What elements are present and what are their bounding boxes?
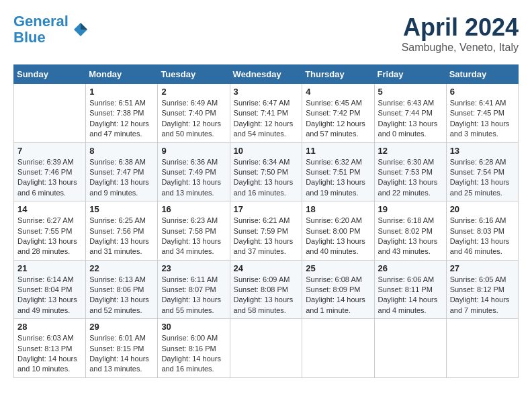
day-number: 29	[89, 322, 154, 332]
day-info: Sunrise: 6:06 AM Sunset: 8:11 PM Dayligh…	[378, 275, 443, 316]
day-number: 20	[450, 204, 515, 214]
day-number: 23	[161, 263, 226, 273]
day-number: 4	[306, 87, 370, 97]
calendar-cell: 12Sunrise: 6:30 AM Sunset: 7:53 PM Dayli…	[374, 142, 446, 201]
calendar-cell: 28Sunrise: 6:03 AM Sunset: 8:13 PM Dayli…	[14, 319, 86, 378]
day-number: 28	[17, 322, 82, 332]
day-info: Sunrise: 6:49 AM Sunset: 7:40 PM Dayligh…	[161, 98, 226, 140]
weekday-header-friday: Friday	[374, 65, 446, 84]
logo-icon	[71, 20, 90, 39]
day-info: Sunrise: 6:21 AM Sunset: 7:59 PM Dayligh…	[234, 216, 299, 257]
day-info: Sunrise: 6:28 AM Sunset: 7:54 PM Dayligh…	[450, 157, 515, 199]
day-info: Sunrise: 6:09 AM Sunset: 8:08 PM Dayligh…	[234, 275, 299, 316]
day-info: Sunrise: 6:16 AM Sunset: 8:03 PM Dayligh…	[450, 216, 515, 257]
day-info: Sunrise: 6:18 AM Sunset: 8:02 PM Dayligh…	[378, 216, 443, 257]
calendar-cell: 15Sunrise: 6:25 AM Sunset: 7:56 PM Dayli…	[86, 201, 158, 261]
day-number: 26	[378, 263, 443, 273]
day-number: 17	[234, 204, 299, 214]
calendar-cell: 16Sunrise: 6:23 AM Sunset: 7:58 PM Dayli…	[158, 201, 230, 261]
calendar-cell: 8Sunrise: 6:38 AM Sunset: 7:47 PM Daylig…	[86, 142, 158, 201]
day-info: Sunrise: 6:23 AM Sunset: 7:58 PM Dayligh…	[161, 216, 226, 257]
day-info: Sunrise: 6:43 AM Sunset: 7:44 PM Dayligh…	[378, 98, 443, 140]
day-number: 10	[234, 146, 299, 156]
day-number: 11	[306, 146, 370, 156]
day-number: 19	[378, 204, 443, 214]
day-info: Sunrise: 6:47 AM Sunset: 7:41 PM Dayligh…	[234, 98, 299, 140]
day-info: Sunrise: 6:36 AM Sunset: 7:49 PM Dayligh…	[161, 157, 226, 199]
day-number: 30	[161, 322, 226, 332]
weekday-header-wednesday: Wednesday	[230, 65, 302, 84]
day-number: 5	[378, 87, 443, 97]
day-number: 6	[450, 87, 515, 97]
calendar-cell	[446, 319, 518, 378]
calendar-cell: 30Sunrise: 6:00 AM Sunset: 8:16 PM Dayli…	[158, 319, 230, 378]
calendar-cell: 14Sunrise: 6:27 AM Sunset: 7:55 PM Dayli…	[14, 201, 86, 261]
weekday-header-monday: Monday	[86, 65, 158, 84]
calendar-cell: 19Sunrise: 6:18 AM Sunset: 8:02 PM Dayli…	[374, 201, 446, 261]
day-info: Sunrise: 6:45 AM Sunset: 7:42 PM Dayligh…	[306, 98, 370, 140]
calendar-body: 1Sunrise: 6:51 AM Sunset: 7:38 PM Daylig…	[14, 84, 519, 378]
weekday-header-saturday: Saturday	[446, 65, 518, 84]
calendar-cell: 21Sunrise: 6:14 AM Sunset: 8:04 PM Dayli…	[14, 260, 86, 319]
day-info: Sunrise: 6:34 AM Sunset: 7:50 PM Dayligh…	[234, 157, 299, 199]
calendar-cell	[374, 319, 446, 378]
week-row-5: 28Sunrise: 6:03 AM Sunset: 8:13 PM Dayli…	[14, 319, 519, 378]
day-info: Sunrise: 6:51 AM Sunset: 7:38 PM Dayligh…	[89, 98, 154, 140]
calendar-cell: 6Sunrise: 6:41 AM Sunset: 7:45 PM Daylig…	[446, 84, 518, 143]
weekday-header-tuesday: Tuesday	[158, 65, 230, 84]
calendar-cell: 17Sunrise: 6:21 AM Sunset: 7:59 PM Dayli…	[230, 201, 302, 261]
day-info: Sunrise: 6:30 AM Sunset: 7:53 PM Dayligh…	[378, 157, 443, 199]
day-number: 21	[17, 263, 82, 273]
day-number: 22	[89, 263, 154, 273]
day-info: Sunrise: 6:39 AM Sunset: 7:46 PM Dayligh…	[17, 157, 82, 199]
day-info: Sunrise: 6:05 AM Sunset: 8:12 PM Dayligh…	[450, 275, 515, 316]
calendar-cell: 2Sunrise: 6:49 AM Sunset: 7:40 PM Daylig…	[158, 84, 230, 143]
weekday-header-thursday: Thursday	[302, 65, 374, 84]
day-number: 27	[450, 263, 515, 273]
calendar-cell: 25Sunrise: 6:08 AM Sunset: 8:09 PM Dayli…	[302, 260, 374, 319]
calendar-cell: 20Sunrise: 6:16 AM Sunset: 8:03 PM Dayli…	[446, 201, 518, 261]
weekday-header-sunday: Sunday	[14, 65, 86, 84]
day-number: 7	[17, 146, 82, 156]
day-number: 9	[161, 146, 226, 156]
day-info: Sunrise: 6:11 AM Sunset: 8:07 PM Dayligh…	[161, 275, 226, 316]
calendar-cell: 5Sunrise: 6:43 AM Sunset: 7:44 PM Daylig…	[374, 84, 446, 143]
week-row-3: 14Sunrise: 6:27 AM Sunset: 7:55 PM Dayli…	[14, 201, 519, 261]
week-row-4: 21Sunrise: 6:14 AM Sunset: 8:04 PM Dayli…	[14, 260, 519, 319]
calendar-cell: 18Sunrise: 6:20 AM Sunset: 8:00 PM Dayli…	[302, 201, 374, 261]
day-info: Sunrise: 6:20 AM Sunset: 8:00 PM Dayligh…	[306, 216, 370, 257]
day-info: Sunrise: 6:14 AM Sunset: 8:04 PM Dayligh…	[17, 275, 82, 316]
day-number: 12	[378, 146, 443, 156]
week-row-2: 7Sunrise: 6:39 AM Sunset: 7:46 PM Daylig…	[14, 142, 519, 201]
day-number: 8	[89, 146, 154, 156]
day-info: Sunrise: 6:08 AM Sunset: 8:09 PM Dayligh…	[306, 275, 370, 316]
calendar-cell: 22Sunrise: 6:13 AM Sunset: 8:06 PM Dayli…	[86, 260, 158, 319]
calendar-cell: 10Sunrise: 6:34 AM Sunset: 7:50 PM Dayli…	[230, 142, 302, 201]
calendar-cell: 26Sunrise: 6:06 AM Sunset: 8:11 PM Dayli…	[374, 260, 446, 319]
day-info: Sunrise: 6:41 AM Sunset: 7:45 PM Dayligh…	[450, 98, 515, 140]
day-info: Sunrise: 6:27 AM Sunset: 7:55 PM Dayligh…	[17, 216, 82, 257]
day-info: Sunrise: 6:25 AM Sunset: 7:56 PM Dayligh…	[89, 216, 154, 257]
logo-text: GeneralBlue	[13, 13, 69, 46]
calendar-cell: 24Sunrise: 6:09 AM Sunset: 8:08 PM Dayli…	[230, 260, 302, 319]
day-number: 25	[306, 263, 370, 273]
calendar-cell	[230, 319, 302, 378]
day-info: Sunrise: 6:03 AM Sunset: 8:13 PM Dayligh…	[17, 333, 82, 375]
calendar-cell	[302, 319, 374, 378]
day-number: 16	[161, 204, 226, 214]
month-title: April 2024	[402, 13, 519, 42]
day-number: 3	[234, 87, 299, 97]
calendar-cell: 3Sunrise: 6:47 AM Sunset: 7:41 PM Daylig…	[230, 84, 302, 143]
day-info: Sunrise: 6:01 AM Sunset: 8:15 PM Dayligh…	[89, 333, 154, 375]
calendar-table: SundayMondayTuesdayWednesdayThursdayFrid…	[13, 64, 519, 378]
day-info: Sunrise: 6:00 AM Sunset: 8:16 PM Dayligh…	[161, 333, 226, 375]
day-number: 1	[89, 87, 154, 97]
calendar-cell: 29Sunrise: 6:01 AM Sunset: 8:15 PM Dayli…	[86, 319, 158, 378]
day-number: 15	[89, 204, 154, 214]
calendar-cell	[14, 84, 86, 143]
day-number: 24	[234, 263, 299, 273]
calendar-cell: 11Sunrise: 6:32 AM Sunset: 7:51 PM Dayli…	[302, 142, 374, 201]
day-number: 13	[450, 146, 515, 156]
calendar-cell: 23Sunrise: 6:11 AM Sunset: 8:07 PM Dayli…	[158, 260, 230, 319]
calendar-cell: 13Sunrise: 6:28 AM Sunset: 7:54 PM Dayli…	[446, 142, 518, 201]
